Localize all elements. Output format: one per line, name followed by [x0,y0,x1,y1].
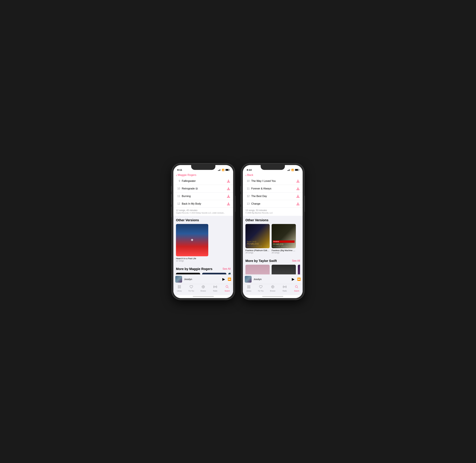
song-title-wrap: Fallingwater [182,179,226,182]
download-icon[interactable] [226,179,230,183]
song-title: Fallingwater [182,179,196,182]
search-icon [225,285,229,290]
album-copyright: © 2008 Big Machine Records, LLC [246,212,300,214]
more-albums-list [246,265,300,274]
more-section-header: More by Taylor Swift See All [246,259,300,263]
mini-player-controls: ▶ ⏩ [292,277,301,281]
more-albums-list [176,273,230,274]
song-number: 12 [176,202,180,205]
download-icon[interactable] [296,187,300,191]
song-item[interactable]: 10 The Way I Loved You [243,177,303,185]
mini-player[interactable]: Josslyn ▶ ⏩ [243,274,303,284]
tab-browse-label: Browse [270,290,275,292]
song-title: Burning [182,195,191,198]
tab-for-you-label: For You [189,290,194,292]
signal-icon [287,169,290,171]
mini-player-controls: ▶ ⏩ [222,277,231,281]
album-info: 12 songs, 45 minutes Capitol Records; © … [173,208,233,216]
tab-for-you[interactable]: For You [185,285,197,292]
tab-browse-label: Browse [201,290,206,292]
wifi-icon: 📶 [291,169,294,171]
album-card[interactable]: ✦ Heard It in a Past Life 12 songs [176,224,208,262]
album-card[interactable]: Taylor Swift FEARLESS PLATINUM EDITION F… [246,224,270,254]
download-icon[interactable] [296,179,300,183]
download-icon[interactable] [226,194,230,198]
see-all-button[interactable]: See All [222,267,230,270]
album-card[interactable] [228,273,230,274]
tab-library[interactable]: Library [243,285,255,292]
svg-point-12 [284,286,285,287]
album-art [228,273,230,274]
album-card-title: Heard It in a Past Life [176,257,208,260]
song-item[interactable]: 13 Change [243,200,303,208]
song-number: 11 [176,195,180,198]
album-card[interactable] [272,265,296,274]
album-card[interactable] [246,265,270,274]
heart-icon [259,285,263,290]
album-art: RADIO FEARLESS RELEASE SPECIAL [272,224,296,248]
song-number: 9 [176,179,180,182]
forward-button[interactable]: ⏩ [297,277,301,281]
album-card[interactable] [202,273,226,274]
other-versions-section: Other Versions ✦ Heard It in a Past Life [173,216,233,265]
browse-icon [271,285,275,290]
phone-2: 8:14 📶 ‹ Back [241,163,304,300]
download-icon[interactable] [226,202,230,206]
content-area: 10 The Way I Loved You 11 Forever & A [243,177,303,274]
song-number: 10 [176,187,180,190]
svg-rect-7 [247,285,248,286]
mini-player-title: Josslyn [184,278,220,281]
battery-icon [295,169,299,171]
back-button[interactable]: ‹ Back [246,173,300,177]
wifi-icon: 📶 [222,169,224,171]
album-card[interactable] [298,265,300,274]
tab-library[interactable]: Library [173,285,185,292]
back-button[interactable]: ‹ Maggie Rogers [176,173,230,177]
album-art [202,273,226,274]
tab-search[interactable]: Search [221,285,233,292]
battery-icon [225,169,229,171]
other-versions-list: Taylor Swift FEARLESS PLATINUM EDITION F… [246,224,300,257]
song-item[interactable]: 12 The Best Day [243,193,303,200]
album-card-subtitle: 29 songs [246,252,270,254]
song-item[interactable]: 12 Back In My Body [173,200,233,208]
section-header: Other Versions [246,218,300,222]
play-button[interactable]: ▶ [292,277,294,281]
album-art [176,273,200,274]
tab-for-you[interactable]: For You [255,285,267,292]
album-card-title: Fearless (Platinum Editio... [246,249,270,252]
song-item[interactable]: 11 Burning [173,193,233,200]
tab-radio[interactable]: Radio [279,285,291,292]
notch [191,165,215,170]
song-item[interactable]: 10 Retrograde E [173,185,233,193]
song-item[interactable]: 9 Fallingwater [173,177,233,185]
library-icon [178,285,181,290]
tab-radio[interactable]: Radio [209,285,221,292]
song-title: The Way I Loved You [251,179,276,182]
section-header: Other Versions [176,218,230,222]
song-number: 12 [246,195,250,198]
download-icon[interactable] [226,187,230,191]
mini-player-title: Josslyn [254,278,290,281]
search-icon [295,285,298,290]
download-icon[interactable] [296,194,300,198]
play-button[interactable]: ▶ [222,277,225,281]
tab-browse[interactable]: Browse [267,285,279,292]
tab-browse[interactable]: Browse [197,285,209,292]
mini-player-art [175,276,182,283]
svg-rect-1 [180,285,181,286]
other-versions-title: Other Versions [246,218,268,222]
album-card[interactable]: RADIO FEARLESS RELEASE SPECIAL Fearless … [272,224,296,254]
forward-button[interactable]: ⏩ [228,277,231,281]
mini-player[interactable]: Josslyn ▶ ⏩ [173,274,233,284]
see-all-button[interactable]: See All [292,259,300,262]
more-section-title: More by Taylor Swift [246,259,277,263]
song-item[interactable]: 11 Forever & Always [243,185,303,193]
song-list: 10 The Way I Loved You 11 Forever & A [243,177,303,208]
other-versions-list: ✦ Heard It in a Past Life 12 songs [176,224,230,265]
album-card[interactable] [176,273,200,274]
radio-icon [213,285,217,290]
download-icon[interactable] [296,202,300,206]
tab-search[interactable]: Search [291,285,303,292]
svg-rect-2 [178,287,179,288]
